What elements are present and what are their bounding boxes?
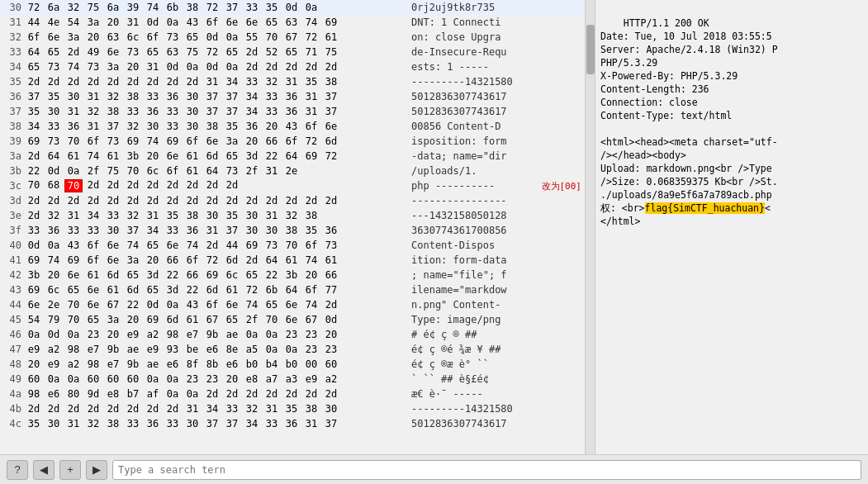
hex-byte[interactable]: 69 <box>64 254 83 266</box>
hex-byte[interactable]: 70 <box>25 179 43 192</box>
hex-byte[interactable]: 34 <box>25 121 43 132</box>
hex-byte[interactable]: 9d <box>84 388 102 400</box>
hex-byte[interactable]: 37 <box>223 225 241 236</box>
hex-byte[interactable]: 33 <box>164 418 182 429</box>
hex-byte[interactable]: a2 <box>322 373 340 385</box>
hex-byte[interactable]: 6f <box>203 17 221 28</box>
hex-byte[interactable]: 31 <box>302 106 320 117</box>
hex-byte[interactable]: 0d <box>282 2 301 13</box>
hex-byte[interactable]: 2d <box>84 76 102 88</box>
hex-byte[interactable]: 72 <box>302 31 320 43</box>
hex-byte[interactable]: 0a <box>64 373 83 385</box>
hex-byte[interactable]: 2f <box>84 165 102 177</box>
hex-byte[interactable]: 31 <box>64 106 83 117</box>
hex-byte[interactable]: 70 <box>64 179 83 192</box>
hex-byte[interactable]: 32 <box>124 210 142 221</box>
hex-byte[interactable]: 36 <box>282 106 301 117</box>
hex-byte[interactable]: 38 <box>124 91 142 102</box>
hex-byte[interactable]: 23 <box>203 373 221 385</box>
hex-byte[interactable]: 3a <box>104 61 122 73</box>
hex-byte[interactable]: 72 <box>203 2 221 13</box>
hex-byte[interactable]: 6f <box>84 254 102 266</box>
hex-byte[interactable]: 64 <box>203 165 221 177</box>
hex-byte[interactable]: 23 <box>302 344 320 355</box>
hex-byte[interactable]: 30 <box>263 225 281 236</box>
hex-byte[interactable]: 43 <box>183 299 202 311</box>
hex-byte[interactable]: 6f <box>302 284 320 296</box>
hex-byte[interactable]: 2f <box>243 165 261 177</box>
hex-byte[interactable]: 6f <box>144 31 162 43</box>
hex-byte[interactable]: a2 <box>45 344 63 355</box>
hex-byte[interactable]: 33 <box>164 121 182 132</box>
hex-byte[interactable]: 52 <box>263 46 281 58</box>
hex-byte[interactable]: 65 <box>263 17 281 28</box>
hex-byte[interactable]: 9b <box>104 344 122 355</box>
hex-byte[interactable]: 38 <box>282 225 301 236</box>
hex-byte[interactable]: 2d <box>104 76 122 88</box>
hex-byte[interactable]: 61 <box>322 254 340 266</box>
hex-byte[interactable]: 38 <box>183 210 202 221</box>
hex-byte[interactable]: 6d <box>124 284 142 296</box>
hex-byte[interactable]: 0a <box>223 31 241 43</box>
hex-byte[interactable]: 2d <box>45 195 63 206</box>
hex-byte[interactable]: 75 <box>104 165 122 177</box>
hex-byte[interactable]: 54 <box>25 314 43 325</box>
hex-byte[interactable]: 35 <box>223 121 241 132</box>
hex-byte[interactable]: 3d <box>144 269 162 281</box>
hex-byte[interactable]: 30 <box>243 210 261 221</box>
hex-byte[interactable]: 31 <box>302 418 320 429</box>
hex-byte[interactable]: 6f <box>302 121 320 132</box>
hex-byte[interactable]: 2d <box>203 240 221 251</box>
hex-byte[interactable]: 2d <box>124 195 142 206</box>
hex-byte[interactable]: 30 <box>243 225 261 236</box>
hex-byte[interactable]: 65 <box>223 314 241 325</box>
hex-byte[interactable]: 65 <box>25 61 43 73</box>
hex-byte[interactable]: 6e <box>282 314 301 325</box>
hex-byte[interactable]: 6a <box>104 2 122 13</box>
hex-byte[interactable]: 34 <box>203 403 221 415</box>
hex-byte[interactable]: 34 <box>243 106 261 117</box>
hex-byte[interactable]: 31 <box>64 418 83 429</box>
hex-byte[interactable]: 0a <box>282 344 301 355</box>
hex-byte[interactable]: 64 <box>282 284 301 296</box>
hex-byte[interactable]: e9 <box>45 358 63 370</box>
hex-byte[interactable]: 6f <box>282 135 301 147</box>
hex-byte[interactable]: 64 <box>45 150 63 162</box>
hex-byte[interactable]: 2d <box>144 76 162 88</box>
hex-byte[interactable]: 69 <box>25 284 43 296</box>
hex-byte[interactable]: 73 <box>124 46 142 58</box>
hex-byte[interactable]: 74 <box>144 135 162 147</box>
hex-byte[interactable]: 79 <box>45 314 63 325</box>
hex-byte[interactable]: b0 <box>282 358 301 370</box>
hex-byte[interactable]: 30 <box>183 106 202 117</box>
hex-byte[interactable]: 2d <box>282 61 301 73</box>
hex-byte[interactable]: 30 <box>203 210 221 221</box>
hex-byte[interactable]: 31 <box>144 61 162 73</box>
hex-byte[interactable]: 2d <box>243 195 261 206</box>
hex-byte[interactable]: 63 <box>164 46 182 58</box>
hex-byte[interactable]: 2d <box>25 150 43 162</box>
hex-byte[interactable]: 0a <box>243 329 261 340</box>
hex-byte[interactable]: 67 <box>104 299 122 311</box>
hex-byte[interactable]: 6d <box>322 135 340 147</box>
hex-byte[interactable]: 3b <box>25 269 43 281</box>
hex-byte[interactable]: 32 <box>104 91 122 102</box>
hex-byte[interactable]: 68 <box>45 179 63 192</box>
hex-byte[interactable]: 2d <box>282 388 301 400</box>
hex-byte[interactable]: b4 <box>263 358 281 370</box>
hex-byte[interactable]: 30 <box>64 91 83 102</box>
hex-byte[interactable]: 9b <box>124 358 142 370</box>
hex-byte[interactable]: 2d <box>25 76 43 88</box>
hex-byte[interactable]: 2d <box>64 46 83 58</box>
hex-byte[interactable]: 4e <box>45 17 63 28</box>
hex-byte[interactable]: 30 <box>45 106 63 117</box>
hex-byte[interactable]: 61 <box>183 314 202 325</box>
hex-byte[interactable]: 37 <box>104 121 122 132</box>
hex-scrollbar-thumb[interactable] <box>586 25 595 74</box>
hex-byte[interactable]: 0a <box>164 388 182 400</box>
hex-byte[interactable]: 72 <box>25 2 43 13</box>
hex-byte[interactable]: 36 <box>144 418 162 429</box>
hex-byte[interactable]: 61 <box>183 150 202 162</box>
hex-byte[interactable]: 61 <box>104 284 122 296</box>
hex-byte[interactable]: e9 <box>25 344 43 355</box>
